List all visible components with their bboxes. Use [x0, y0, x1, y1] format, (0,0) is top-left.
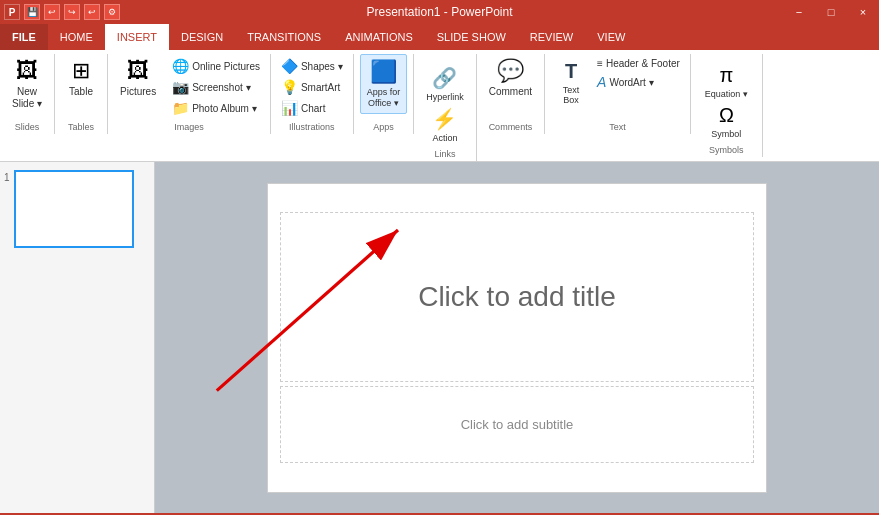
menu-review[interactable]: REVIEW: [518, 24, 585, 50]
window-buttons: − □ ×: [783, 0, 879, 24]
comment-label: Comment: [489, 86, 532, 97]
header-footer-icon: ≡: [597, 58, 603, 69]
screenshot-label: Screenshot ▾: [192, 82, 250, 93]
smartart-label: SmartArt: [301, 82, 340, 93]
equation-icon: π: [719, 64, 733, 87]
slide-title-area[interactable]: Click to add title: [280, 212, 753, 381]
text-group-content: T TextBox ≡ Header & Footer A WordArt ▾: [551, 54, 684, 118]
table-button[interactable]: ⊞ Table: [61, 54, 101, 101]
header-footer-label: Header & Footer: [606, 58, 680, 69]
slide-canvas: Click to add title Click to add subtitle: [267, 183, 767, 493]
undo-icon[interactable]: ↩: [44, 4, 60, 20]
wordart-button[interactable]: A WordArt ▾: [593, 72, 684, 92]
table-icon: ⊞: [72, 58, 90, 84]
pictures-label: Pictures: [120, 86, 156, 97]
illustrations-group-label: Illustrations: [277, 118, 347, 134]
title-text: Presentation1 - PowerPoint: [366, 5, 512, 19]
symbols-small-col: π Equation ▾ Ω Symbol: [697, 54, 756, 141]
smartart-button[interactable]: 💡 SmartArt: [277, 77, 347, 97]
menu-transitions[interactable]: TRANSITIONS: [235, 24, 333, 50]
new-slide-label: NewSlide ▾: [12, 86, 42, 110]
equation-label: Equation ▾: [705, 89, 748, 99]
hyperlink-icon: 🔗: [432, 66, 457, 90]
menu-insert[interactable]: INSERT: [105, 24, 169, 50]
illustrations-group-content: 🔷 Shapes ▾ 💡 SmartArt 📊 Chart: [277, 54, 347, 118]
symbols-group-label: Symbols: [697, 141, 756, 157]
apps-office-label: Apps forOffice ▾: [367, 87, 401, 109]
title-bar: P 💾 ↩ ↪ ↩ ⚙ Presentation1 - PowerPoint −…: [0, 0, 879, 24]
chart-button[interactable]: 📊 Chart: [277, 98, 347, 118]
shapes-icon: 🔷: [281, 58, 298, 74]
main-area: Click to add title Click to add subtitle: [155, 162, 879, 513]
slides-group-label: Slides: [6, 118, 48, 134]
close-button[interactable]: ×: [847, 0, 879, 24]
comment-button[interactable]: 💬 Comment: [483, 54, 538, 101]
save-icon[interactable]: 💾: [24, 4, 40, 20]
shapes-label: Shapes ▾: [301, 61, 343, 72]
screenshot-button[interactable]: 📷 Screenshot ▾: [168, 77, 264, 97]
ribbon-group-text: T TextBox ≡ Header & Footer A WordArt ▾ …: [545, 54, 691, 134]
apps-office-button[interactable]: 🟦 Apps forOffice ▾: [360, 54, 408, 114]
textbox-button[interactable]: T TextBox: [551, 58, 591, 107]
slides-group-content: 🖼 NewSlide ▾: [6, 54, 48, 118]
pictures-button[interactable]: 🖼 Pictures: [114, 54, 162, 101]
symbol-button[interactable]: Ω Symbol: [697, 102, 756, 141]
app-body: 1 Click to add title Click to add subtit…: [0, 162, 879, 513]
slide-subtitle-area[interactable]: Click to add subtitle: [280, 386, 753, 463]
table-label: Table: [69, 86, 93, 97]
ribbon-group-tables: ⊞ Table Tables: [55, 54, 108, 134]
tables-group-label: Tables: [61, 118, 101, 134]
menu-bar: FILE HOME INSERT DESIGN TRANSITIONS ANIM…: [0, 24, 879, 50]
action-icon: ⚡: [432, 107, 457, 131]
chart-label: Chart: [301, 103, 325, 114]
ribbon-group-apps: 🟦 Apps forOffice ▾ Apps: [354, 54, 415, 134]
comment-icon: 💬: [497, 58, 524, 84]
photo-album-button[interactable]: 📁 Photo Album ▾: [168, 98, 264, 118]
new-slide-button[interactable]: 🖼 NewSlide ▾: [6, 54, 48, 114]
menu-file[interactable]: FILE: [0, 24, 48, 50]
menu-home[interactable]: HOME: [48, 24, 105, 50]
apps-group-content: 🟦 Apps forOffice ▾: [360, 54, 408, 118]
slide-number: 1: [4, 170, 10, 183]
ribbon-group-comments: 💬 Comment Comments: [477, 54, 545, 134]
links-small-col: 🔗 Hyperlink ⚡ Action: [420, 54, 470, 145]
undo2-icon[interactable]: ↩: [84, 4, 100, 20]
menu-animations[interactable]: ANIMATIONS: [333, 24, 425, 50]
action-label: Action: [432, 133, 457, 143]
symbols-group-content: π Equation ▾ Ω Symbol: [697, 54, 756, 141]
ribbon-group-images: 🖼 Pictures 🌐 Online Pictures 📷 Screensho…: [108, 54, 271, 134]
menu-view[interactable]: VIEW: [585, 24, 637, 50]
redo-icon[interactable]: ↪: [64, 4, 80, 20]
textbox-icon: T: [565, 60, 577, 83]
apps-office-icon: 🟦: [370, 59, 397, 85]
apps-group-label: Apps: [360, 118, 408, 134]
maximize-button[interactable]: □: [815, 0, 847, 24]
ribbon-group-links: 🔗 Hyperlink ⚡ Action Links: [414, 54, 477, 161]
comments-group-content: 💬 Comment: [483, 54, 538, 118]
wordart-icon: A: [597, 74, 606, 90]
header-footer-button[interactable]: ≡ Header & Footer: [593, 56, 684, 71]
slide-thumbnail[interactable]: [14, 170, 134, 248]
app-icon: P: [4, 4, 20, 20]
online-pictures-button[interactable]: 🌐 Online Pictures: [168, 56, 264, 76]
customize-icon[interactable]: ⚙: [104, 4, 120, 20]
hyperlink-label: Hyperlink: [426, 92, 464, 102]
pictures-icon: 🖼: [127, 58, 149, 84]
chart-icon: 📊: [281, 100, 298, 116]
menu-design[interactable]: DESIGN: [169, 24, 235, 50]
symbol-label: Symbol: [711, 129, 741, 139]
text-small-col: T TextBox: [551, 54, 591, 107]
equation-button[interactable]: π Equation ▾: [697, 62, 756, 101]
action-button[interactable]: ⚡ Action: [420, 105, 470, 145]
hyperlink-button[interactable]: 🔗 Hyperlink: [420, 64, 470, 104]
ribbon-group-symbols: π Equation ▾ Ω Symbol Symbols: [691, 54, 763, 157]
slide-thumb-container: 1: [4, 170, 150, 248]
photo-album-icon: 📁: [172, 100, 189, 116]
screenshot-icon: 📷: [172, 79, 189, 95]
menu-slideshow[interactable]: SLIDE SHOW: [425, 24, 518, 50]
tables-group-content: ⊞ Table: [61, 54, 101, 118]
slide-panel: 1: [0, 162, 155, 513]
minimize-button[interactable]: −: [783, 0, 815, 24]
shapes-button[interactable]: 🔷 Shapes ▾: [277, 56, 347, 76]
ribbon-group-illustrations: 🔷 Shapes ▾ 💡 SmartArt 📊 Chart Illustrati…: [271, 54, 354, 134]
